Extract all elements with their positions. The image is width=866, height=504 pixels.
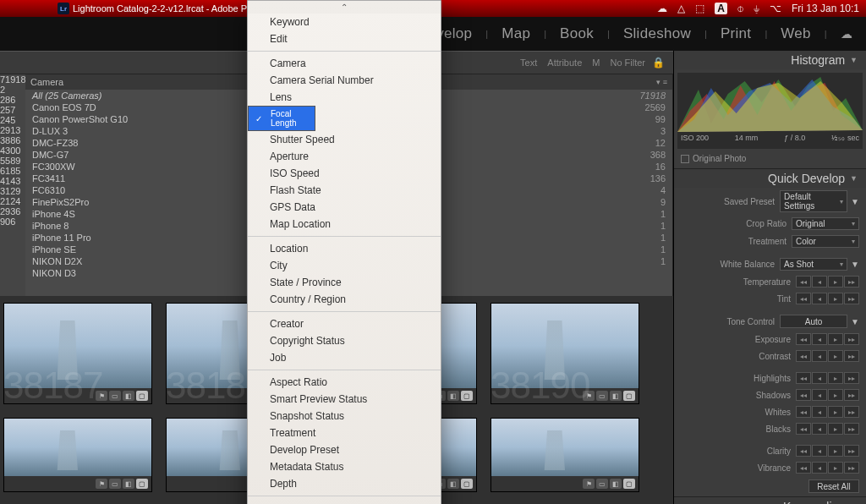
menu-item[interactable]: State / Province	[248, 274, 441, 291]
filter-preset[interactable]: No Filter	[610, 58, 645, 68]
menu-item[interactable]: Snapshot Status	[248, 408, 441, 425]
tray-icon[interactable]: ⬚	[695, 3, 704, 14]
chevron-down-icon[interactable]: ▼	[850, 174, 858, 183]
control-center-icon[interactable]: ⌥	[770, 3, 781, 14]
badge-icon[interactable]: ▢	[136, 479, 148, 489]
menu-item[interactable]: Flash State	[248, 182, 441, 199]
white-balance-select[interactable]: As Shot▾	[780, 258, 847, 271]
scroll-up-icon[interactable]: ⌃	[248, 1, 441, 14]
menu-item[interactable]: Creator	[248, 315, 441, 332]
module-map[interactable]: Map	[502, 25, 530, 42]
menu-item[interactable]: Depth	[248, 475, 441, 492]
badge-icon[interactable]: ▭	[596, 479, 608, 489]
badge-icon[interactable]: ◧	[123, 479, 134, 489]
menu-item[interactable]: Copyright Status	[248, 332, 441, 349]
saved-preset-select[interactable]: Default Settings▾	[780, 190, 847, 212]
treatment-select[interactable]: Color▾	[792, 235, 859, 248]
module-slideshow[interactable]: Slideshow	[623, 25, 691, 42]
menu-item[interactable]: Treatment	[248, 425, 441, 441]
panel-title-quickdev[interactable]: Quick Develop	[768, 172, 845, 185]
menu-item[interactable]: City	[248, 257, 441, 274]
menu-divider	[248, 51, 441, 52]
menu-item[interactable]: None	[248, 500, 441, 504]
badge-icon[interactable]: ▭	[109, 391, 121, 401]
column-menu-icon[interactable]: ▾ ≡	[656, 78, 667, 86]
badge-icon[interactable]: ⚑	[96, 479, 107, 489]
menu-item[interactable]: Focal Length	[248, 106, 315, 131]
tray-icon[interactable]: △	[677, 3, 685, 14]
crop-ratio-select[interactable]: Original▾	[792, 217, 859, 230]
checkbox-icon[interactable]	[681, 155, 689, 163]
badge-icon[interactable]: ▢	[461, 391, 473, 401]
panel-title-histogram[interactable]: Histogram	[791, 53, 845, 67]
chevron-down-icon[interactable]: ▼	[851, 317, 859, 326]
chevron-down-icon[interactable]: ▼	[851, 197, 859, 206]
chevron-down-icon[interactable]: ▼	[850, 56, 858, 64]
module-cloud-icon[interactable]: ☁	[841, 27, 852, 41]
temperature-stepper[interactable]: ◂◂◂▸▸▸	[796, 276, 859, 288]
bluetooth-icon[interactable]: ⌽	[737, 3, 743, 14]
tint-stepper[interactable]: ◂◂◂▸▸▸	[796, 293, 859, 304]
menu-item[interactable]: Camera	[248, 55, 441, 72]
highlights-stepper[interactable]: ◂◂◂▸▸▸	[796, 372, 859, 384]
badge-icon[interactable]: ◧	[447, 391, 459, 401]
contrast-stepper[interactable]: ◂◂◂▸▸▸	[796, 350, 859, 362]
menu-item[interactable]: Develop Preset	[248, 441, 441, 458]
badge-icon[interactable]: ▢	[623, 391, 635, 401]
panel-title-keywording[interactable]: Keywording	[783, 500, 845, 504]
badge-icon[interactable]: ▭	[109, 479, 121, 489]
menu-item[interactable]: GPS Data	[248, 199, 441, 216]
badge-icon[interactable]: ◧	[610, 479, 622, 489]
badge-icon[interactable]: ▭	[596, 391, 608, 401]
badge-icon[interactable]: ⚑	[583, 479, 595, 489]
tray-icon[interactable]: A	[715, 3, 727, 14]
metadata-field-menu[interactable]: ⌃ KeywordEditCameraCamera Serial NumberL…	[247, 0, 441, 504]
module-book[interactable]: Book	[560, 25, 594, 42]
menu-item[interactable]: Smart Preview Status	[248, 391, 441, 408]
menu-item[interactable]: Location	[248, 240, 441, 257]
menu-item[interactable]: Country / Region	[248, 291, 441, 308]
clock[interactable]: Fri 13 Jan 10:1	[792, 3, 859, 14]
temperature-label: Temperature	[681, 277, 796, 287]
filter-tab-text[interactable]: Text	[520, 58, 537, 68]
menu-item[interactable]: Lens	[248, 89, 441, 106]
reset-all-button[interactable]: Reset All	[808, 479, 859, 493]
filter-tab-attribute[interactable]: Attribute	[547, 58, 582, 68]
filter-lock-icon[interactable]: 🔒	[652, 57, 665, 68]
badge-icon[interactable]: ▢	[623, 479, 635, 489]
badge-icon[interactable]: ◧	[447, 479, 459, 489]
blacks-stepper[interactable]: ◂◂◂▸▸▸	[796, 423, 859, 435]
thumbnail[interactable]: ⚑▭◧▢	[491, 418, 639, 492]
menu-divider	[248, 311, 441, 312]
whites-stepper[interactable]: ◂◂◂▸▸▸	[796, 406, 859, 418]
vibrance-stepper[interactable]: ◂◂◂▸▸▸	[796, 462, 859, 474]
menu-item[interactable]: Aperture	[248, 148, 441, 165]
row-index: 906	[0, 216, 25, 227]
badge-icon[interactable]: ◧	[610, 391, 622, 401]
menu-item[interactable]: Edit	[248, 30, 441, 47]
menu-item[interactable]: Map Location	[248, 216, 441, 233]
menu-item[interactable]: Shutter Speed	[248, 131, 441, 148]
chevron-down-icon[interactable]: ▼	[851, 260, 859, 269]
exposure-stepper[interactable]: ◂◂◂▸▸▸	[796, 333, 859, 345]
menu-item[interactable]: Aspect Ratio	[248, 374, 441, 391]
badge-icon[interactable]: ◧	[123, 391, 134, 401]
badge-icon[interactable]: ▢	[461, 479, 473, 489]
row-index: 71918	[0, 74, 25, 85]
thumbnail[interactable]: ⚑▭◧▢	[3, 418, 152, 492]
module-web[interactable]: Web	[781, 25, 811, 42]
module-print[interactable]: Print	[721, 25, 751, 42]
auto-tone-button[interactable]: Auto	[780, 315, 847, 328]
menu-item[interactable]: Metadata Status	[248, 458, 441, 475]
clarity-stepper[interactable]: ◂◂◂▸▸▸	[796, 445, 859, 457]
badge-icon[interactable]: ▢	[136, 391, 148, 401]
menu-item[interactable]: Keyword	[248, 14, 441, 30]
shadows-stepper[interactable]: ◂◂◂▸▸▸	[796, 389, 859, 401]
tray-icon[interactable]: ☁	[657, 3, 667, 14]
filter-tab-metadata[interactable]: M	[592, 58, 600, 68]
tone-label: Shadows	[681, 391, 796, 400]
menu-item[interactable]: Camera Serial Number	[248, 72, 441, 89]
menu-item[interactable]: Job	[248, 349, 441, 366]
wifi-icon[interactable]: ⏚	[754, 3, 759, 14]
menu-item[interactable]: ISO Speed	[248, 165, 441, 182]
